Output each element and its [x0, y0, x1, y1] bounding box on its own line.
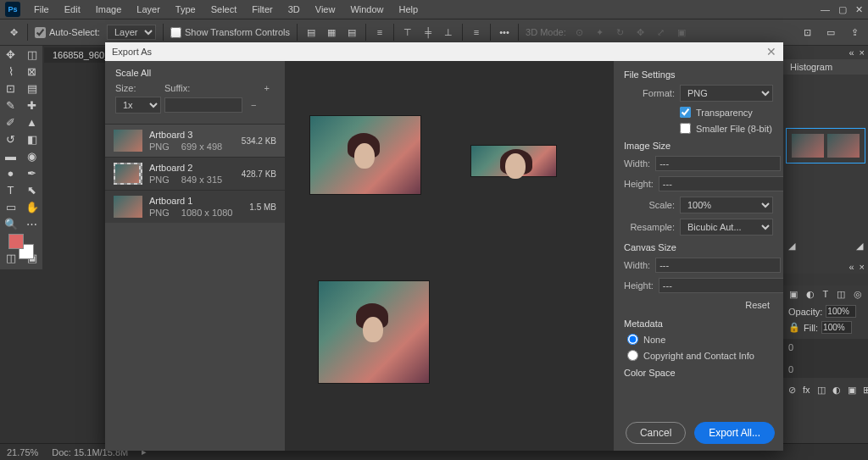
resample-select[interactable]: Bicubic Aut... — [680, 219, 773, 236]
suffix-input[interactable] — [164, 97, 242, 113]
filter-shape-icon[interactable]: ◫ — [837, 289, 845, 300]
type-tool[interactable]: T — [0, 181, 21, 198]
layer-style-icon[interactable]: fx — [803, 385, 810, 396]
slider-left-icon[interactable]: ◢ — [788, 241, 795, 252]
transparency-checkbox[interactable]: Transparency — [624, 107, 773, 118]
panel-collapse-icon[interactable]: « — [849, 47, 854, 58]
metadata-copyright-radio[interactable]: Copyright and Contact Info — [624, 350, 773, 361]
menu-select[interactable]: Select — [204, 2, 244, 17]
menu-window[interactable]: Window — [343, 2, 390, 17]
layer-mask-icon[interactable]: ◫ — [817, 385, 826, 396]
zoom-level[interactable]: 21.75% — [7, 447, 38, 457]
share-icon[interactable]: ⇪ — [848, 25, 861, 39]
export-all-button[interactable]: Export All... — [694, 422, 775, 444]
group-icon[interactable]: ▣ — [848, 385, 856, 396]
gradient-tool[interactable]: ▬ — [0, 147, 21, 164]
blur-tool[interactable]: ◉ — [21, 147, 42, 164]
stamp-tool[interactable]: ▲ — [21, 114, 42, 130]
minimize-icon[interactable]: — — [821, 4, 830, 15]
filter-adjust-icon[interactable]: ◐ — [806, 289, 815, 300]
eyedropper-tool[interactable]: ✎ — [0, 97, 21, 114]
add-scale-icon[interactable]: + — [259, 83, 275, 93]
marquee-tool[interactable]: ◫ — [21, 46, 42, 63]
panel-close-icon-2[interactable]: × — [860, 262, 865, 272]
height-input[interactable] — [659, 176, 783, 191]
format-select[interactable]: PNG — [680, 85, 773, 102]
hand-tool[interactable]: ✋ — [21, 198, 42, 215]
maximize-icon[interactable]: ▢ — [838, 4, 847, 15]
menu-file[interactable]: File — [27, 2, 56, 17]
eraser-tool[interactable]: ◧ — [21, 130, 42, 147]
cancel-button[interactable]: Cancel — [626, 422, 686, 444]
more-options-icon[interactable]: ••• — [498, 25, 511, 39]
scale-select[interactable]: 100% — [680, 197, 773, 213]
edit-toolbar-tool[interactable]: ⋯ — [21, 215, 42, 232]
move-tool[interactable]: ✥ — [0, 46, 21, 63]
opacity-input[interactable] — [826, 305, 856, 318]
metadata-none-radio[interactable]: None — [624, 334, 773, 345]
shape-tool[interactable]: ▭ — [0, 198, 21, 215]
new-layer-icon[interactable]: ⊞ — [863, 385, 868, 396]
panel-close-icon[interactable]: × — [860, 47, 865, 58]
menu-help[interactable]: Help — [392, 2, 426, 17]
menu-edit[interactable]: Edit — [58, 2, 87, 17]
canvas-height-input[interactable] — [659, 278, 783, 293]
menu-type[interactable]: Type — [169, 2, 203, 17]
auto-select-target[interactable]: Layer — [107, 25, 156, 40]
healing-tool[interactable]: ✚ — [21, 97, 42, 114]
dodge-tool[interactable]: ● — [0, 164, 21, 181]
color-swatches[interactable] — [8, 234, 34, 259]
align-right-icon[interactable]: ▤ — [345, 25, 359, 39]
artboard-item[interactable]: Artboard 2 PNG849 x 315 428.7 KB — [105, 157, 285, 190]
history-brush-tool[interactable]: ↺ — [0, 130, 21, 147]
canvas-width-input[interactable] — [655, 258, 781, 273]
align-left-icon[interactable]: ▤ — [304, 25, 318, 39]
filter-type-icon[interactable]: T — [823, 289, 829, 300]
align-center-icon[interactable]: ▦ — [325, 25, 338, 39]
lasso-tool[interactable]: ⌇ — [0, 63, 21, 80]
show-transform-checkbox[interactable]: Show Transform Controls — [170, 27, 290, 38]
auto-select-checkbox[interactable]: Auto-Select: — [35, 27, 100, 38]
fill-input[interactable] — [821, 321, 852, 334]
zoom-tool[interactable]: 🔍 — [0, 215, 21, 232]
menu-layer[interactable]: Layer — [130, 2, 167, 17]
align-middle-icon[interactable]: ╪ — [421, 25, 435, 39]
dialog-close-icon[interactable]: ✕ — [766, 45, 776, 58]
menu-view[interactable]: View — [309, 2, 342, 17]
navigator-thumbnail[interactable] — [786, 128, 865, 163]
brush-tool[interactable]: ✐ — [0, 114, 21, 130]
adjustment-layer-icon[interactable]: ◐ — [832, 385, 841, 396]
layer-row[interactable]: 0 — [788, 342, 863, 352]
distribute-v-icon[interactable]: ≡ — [470, 25, 483, 39]
layer-row[interactable]: 0 — [788, 364, 863, 374]
distribute-icon[interactable]: ≡ — [373, 25, 387, 39]
artboard-item[interactable]: Artboard 3 PNG699 x 498 534.2 KB — [105, 124, 285, 157]
crop-tool[interactable]: ⊡ — [0, 80, 21, 97]
frame-tool[interactable]: ▤ — [21, 80, 42, 97]
align-bottom-icon[interactable]: ⊥ — [442, 25, 455, 39]
histogram-tab[interactable]: Histogram — [783, 59, 868, 75]
remove-scale-icon[interactable]: − — [246, 100, 261, 110]
move-tool-icon[interactable]: ✥ — [7, 25, 20, 39]
smaller-file-checkbox[interactable]: Smaller File (8-bit) — [624, 123, 773, 134]
menu-filter[interactable]: Filter — [245, 2, 279, 17]
foreground-color-swatch[interactable] — [8, 234, 24, 249]
menu-image[interactable]: Image — [89, 2, 129, 17]
lock-icon[interactable]: 🔒 — [788, 322, 800, 333]
close-icon[interactable]: ✕ — [855, 4, 863, 15]
menu-3d[interactable]: 3D — [281, 2, 307, 17]
width-input[interactable] — [655, 156, 781, 171]
path-select-tool[interactable]: ⬉ — [21, 181, 42, 198]
pen-tool[interactable]: ✒ — [21, 164, 42, 181]
artboard-item[interactable]: Artboard 1 PNG1080 x 1080 1.5 MB — [105, 190, 285, 223]
filter-pixel-icon[interactable]: ▣ — [789, 289, 798, 300]
slider-right-icon[interactable]: ◢ — [856, 241, 863, 252]
link-layers-icon[interactable]: ⊘ — [788, 385, 796, 396]
search-icon[interactable]: ⊡ — [800, 25, 814, 39]
workspace-icon[interactable]: ▭ — [824, 25, 837, 39]
quick-select-tool[interactable]: ⊠ — [21, 63, 42, 80]
reset-button[interactable]: Reset — [742, 298, 773, 312]
scale-size-select[interactable]: 1x — [115, 97, 161, 114]
filter-smart-icon[interactable]: ◎ — [854, 289, 862, 300]
panel-collapse-icon-2[interactable]: « — [849, 262, 854, 272]
